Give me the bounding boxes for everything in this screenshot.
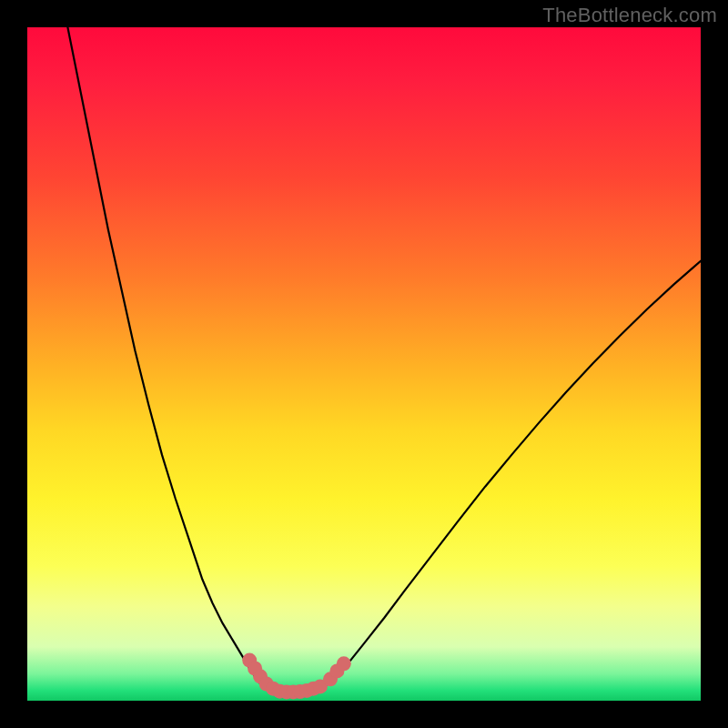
chart-svg	[27, 27, 701, 701]
chart-plot-area	[27, 27, 701, 701]
chart-markers	[242, 653, 351, 700]
chart-frame: TheBottleneck.com	[0, 0, 728, 728]
curve-right-curve	[324, 261, 701, 687]
watermark-text: TheBottleneck.com	[542, 4, 717, 27]
marker-right-cluster	[337, 656, 351, 671]
chart-curves	[67, 27, 701, 694]
curve-left-curve	[67, 27, 263, 687]
